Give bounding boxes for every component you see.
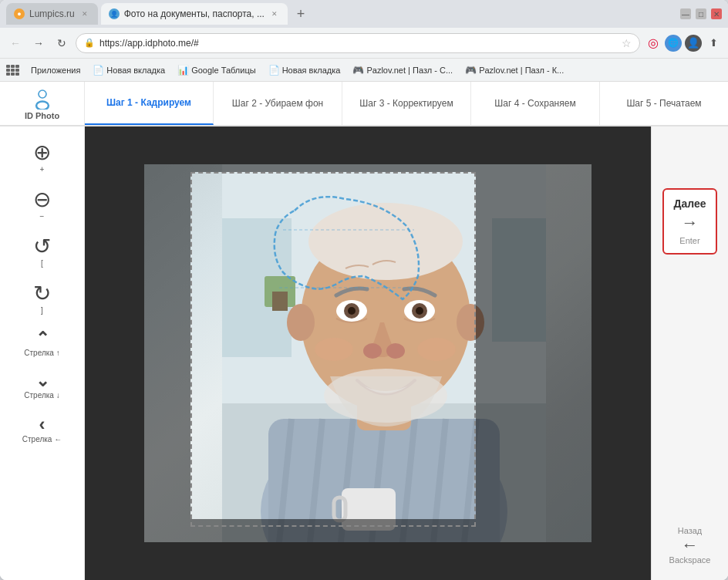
apps-grid-icon — [6, 65, 20, 76]
svg-point-2 — [39, 91, 45, 97]
back-arrow-icon: ← — [682, 535, 699, 555]
svg-point-35 — [315, 338, 353, 361]
zoom-out-icon: ⊖ — [33, 189, 51, 211]
next-button[interactable]: Далее → Enter — [662, 188, 716, 255]
bookmark-doc-icon-2: 📄 — [268, 65, 280, 76]
tab-close-idphoto[interactable]: ✕ — [269, 8, 280, 19]
rotate-right-icon: ↻ — [33, 283, 51, 305]
vpn-icon[interactable]: 🌐 — [665, 35, 682, 52]
browser-window: ● Lumpics.ru ✕ 👤 Фото на документы, пасп… — [0, 0, 728, 580]
rotate-left-label: [ — [41, 259, 43, 268]
arrow-down-label: Стрелка ↓ — [24, 391, 59, 400]
svg-point-26 — [348, 307, 356, 315]
steps-navigation: Шаг 1 - Кадрируем Шаг 2 - Убираем фон Ша… — [85, 82, 728, 125]
bookmark-pazlov-icon-1: 🎮 — [352, 65, 364, 76]
back-shortcut-label: Backspace — [669, 555, 711, 565]
bookmark-pazlov-2[interactable]: 🎮 Pazlov.net | Пазл - К... — [460, 63, 568, 77]
main-area: ⊕ + ⊖ − ↺ [ ↻ ] ⌃ Стрелка ↑ — [0, 126, 728, 580]
maximize-button[interactable]: □ — [696, 8, 706, 19]
zoom-out-button[interactable]: ⊖ − — [15, 183, 69, 227]
bookmark-prilozhenia[interactable]: Приложения — [26, 64, 85, 76]
next-label: Далее — [673, 197, 706, 210]
bookmark-sheets-icon: 📊 — [177, 65, 189, 76]
svg-point-3 — [37, 103, 47, 109]
crop-mask-right — [476, 164, 592, 542]
back-button[interactable]: Назад ← Backspace — [669, 526, 711, 565]
tab-favicon-lumpics: ● — [14, 8, 25, 19]
arrow-up-button[interactable]: ⌃ Стрелка ↑ — [15, 324, 69, 363]
arrow-down-button[interactable]: ⌄ Стрелка ↓ — [15, 366, 69, 406]
bookmark-pazlov-1[interactable]: 🎮 Pazlov.net | Пазл - С... — [348, 63, 457, 77]
svg-point-36 — [417, 338, 456, 361]
crop-mask-left — [144, 164, 190, 542]
svg-rect-8 — [272, 292, 288, 311]
bookmark-pazlov-label-1: Pazlov.net | Пазл - С... — [366, 66, 453, 75]
download-icon[interactable]: ⬆ — [705, 35, 722, 52]
close-button[interactable]: ✕ — [711, 8, 722, 19]
rotate-left-icon: ↺ — [33, 236, 51, 258]
zoom-out-label: − — [40, 212, 45, 221]
photo-container — [144, 164, 592, 542]
tab-close-lumpics[interactable]: ✕ — [79, 8, 90, 19]
step-5[interactable]: Шаг 5 - Печатаем — [600, 82, 728, 125]
step-3[interactable]: Шаг 3 - Корректируем — [342, 82, 471, 125]
bookmark-prilozhenia-label: Приложения — [31, 66, 80, 75]
arrow-left-label: Стрелка ← — [22, 435, 62, 443]
bookmark-new-tab-label-1: Новая вкладка — [106, 66, 165, 75]
zoom-in-label: + — [40, 165, 45, 174]
rotate-right-label: ] — [41, 306, 43, 315]
svg-point-30 — [363, 343, 382, 359]
forward-nav-button[interactable]: → — [29, 34, 48, 52]
back-label: Назад — [678, 526, 703, 535]
bookmark-star-icon[interactable]: ☆ — [622, 37, 632, 49]
tab-lumpics[interactable]: ● Lumpics.ru ✕ — [6, 3, 98, 25]
zoom-in-button[interactable]: ⊕ + — [15, 136, 69, 180]
tab-label-lumpics: Lumpics.ru — [29, 8, 75, 19]
lock-icon: 🔒 — [84, 38, 95, 48]
arrow-up-icon: ⌃ — [35, 330, 49, 347]
rotate-left-button[interactable]: ↺ [ — [15, 230, 69, 274]
new-tab-button[interactable]: + — [291, 4, 311, 24]
window-controls: — □ ✕ — [680, 8, 722, 19]
back-nav-button[interactable]: ← — [6, 34, 25, 52]
url-bar[interactable]: 🔒 https://app.idphoto.me/# ☆ — [76, 33, 640, 53]
bookmark-pazlov-label-2: Pazlov.net | Пазл - К... — [479, 66, 564, 75]
svg-point-21 — [287, 304, 315, 341]
bookmark-new-tab-2[interactable]: 📄 Новая вкладка — [264, 63, 345, 77]
tab-idphoto[interactable]: 👤 Фото на документы, паспорта, ... ✕ — [101, 3, 288, 25]
next-shortcut-label: Enter — [679, 236, 699, 245]
svg-point-31 — [386, 343, 405, 359]
bookmarks-bar: Приложения 📄 Новая вкладка 📊 Google Табл… — [0, 59, 728, 82]
step-1[interactable]: Шаг 1 - Кадрируем — [85, 82, 214, 125]
reload-button[interactable]: ↻ — [52, 34, 71, 52]
arrow-down-icon: ⌄ — [35, 373, 49, 389]
arrow-up-label: Стрелка ↑ — [24, 349, 59, 357]
profile-icon[interactable]: 👤 — [685, 35, 702, 52]
arrow-left-icon: ‹ — [39, 415, 46, 433]
url-text: https://app.idphoto.me/# — [99, 38, 199, 49]
arrow-left-button[interactable]: ‹ Стрелка ← — [15, 409, 69, 450]
title-bar: ● Lumpics.ru ✕ 👤 Фото на документы, пасп… — [0, 0, 728, 28]
bookmark-new-tab-1[interactable]: 📄 Новая вкладка — [88, 63, 170, 77]
app-header: ID Photo Шаг 1 - Кадрируем Шаг 2 - Убира… — [0, 82, 728, 126]
bookmark-doc-icon-1: 📄 — [93, 65, 104, 76]
app-content: ID Photo Шаг 1 - Кадрируем Шаг 2 - Убира… — [0, 82, 728, 580]
canvas-area — [85, 126, 651, 580]
crop-mask-top — [190, 164, 476, 172]
logo-area: ID Photo — [0, 82, 85, 125]
minimize-button[interactable]: — — [680, 8, 691, 19]
tab-label-idphoto: Фото на документы, паспорта, ... — [124, 8, 265, 19]
rotate-right-button[interactable]: ↻ ] — [15, 277, 69, 321]
bookmark-google-sheets[interactable]: 📊 Google Таблицы — [173, 63, 260, 77]
next-arrow-icon: → — [681, 213, 698, 233]
opera-icon[interactable]: ◎ — [645, 35, 662, 52]
tab-favicon-idphoto: 👤 — [109, 8, 120, 19]
step-4[interactable]: Шаг 4 - Сохраняем — [471, 82, 600, 125]
logo-svg-icon — [29, 86, 56, 110]
zoom-in-icon: ⊕ — [33, 142, 51, 164]
browser-toolbar-icons: ◎ 🌐 👤 ⬆ — [645, 35, 722, 52]
address-bar: ← → ↻ 🔒 https://app.idphoto.me/# ☆ ◎ 🌐 👤… — [0, 28, 728, 59]
crop-mask-bottom — [190, 519, 476, 542]
bookmark-google-sheets-label: Google Таблицы — [191, 66, 255, 75]
step-2[interactable]: Шаг 2 - Убираем фон — [214, 82, 342, 125]
